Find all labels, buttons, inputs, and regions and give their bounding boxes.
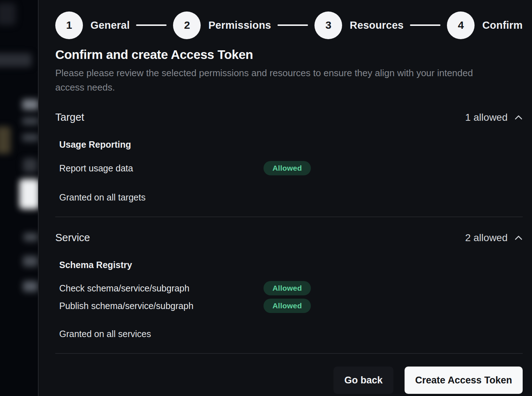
blurred-icon	[23, 158, 37, 172]
permission-label: Publish schema/service/subgraph	[59, 301, 263, 311]
permission-group-title: Schema Registry	[59, 260, 523, 270]
modal-footer: Go back Create Access Token	[55, 367, 523, 394]
permission-row: Publish schema/service/subgraph Allowed	[59, 299, 523, 313]
grant-scope-note: Granted on all services	[59, 329, 523, 339]
step-number-badge: 2	[173, 11, 201, 39]
create-access-token-button[interactable]: Create Access Token	[405, 367, 523, 394]
chevron-up-icon[interactable]	[514, 114, 523, 121]
status-badge: Allowed	[263, 281, 311, 295]
page-title: Confirm and create Access Token	[55, 47, 523, 62]
page-subtitle: Please please review the selected permis…	[55, 66, 497, 95]
step-confirm[interactable]: 4 Confirm	[447, 11, 523, 39]
blurred-text-line	[22, 134, 38, 142]
blurred-app-logo	[0, 3, 16, 25]
blurred-card	[19, 179, 38, 209]
allowed-count-label: 2 allowed	[465, 232, 508, 244]
step-label: Resources	[350, 19, 403, 31]
stepper-connector	[410, 24, 440, 26]
permission-row: Check schema/service/subgraph Allowed	[59, 281, 523, 295]
blurred-accent-block	[0, 126, 11, 154]
section-header-service[interactable]: Service 2 allowed	[55, 232, 523, 244]
step-resources[interactable]: 3 Resources	[314, 11, 403, 39]
blurred-list-item	[24, 233, 38, 241]
blurred-list-item	[23, 256, 38, 267]
blurred-text-line	[22, 117, 38, 125]
blurred-nav-item	[0, 53, 32, 67]
section-divider	[55, 217, 523, 217]
go-back-button[interactable]: Go back	[333, 367, 393, 394]
step-label: Permissions	[208, 19, 271, 31]
allowed-count-label: 1 allowed	[465, 112, 508, 123]
blurred-background-page	[0, 0, 38, 396]
step-number-badge: 1	[55, 11, 83, 39]
step-general[interactable]: 1 General	[55, 11, 130, 39]
footer-divider	[55, 353, 523, 354]
section-title: Service	[55, 232, 90, 244]
grant-scope-note: Granted on all targets	[59, 192, 523, 203]
section-title: Target	[55, 111, 84, 123]
permission-label: Report usage data	[59, 163, 263, 174]
permission-row: Report usage data Allowed	[59, 161, 523, 175]
step-number-badge: 4	[447, 11, 475, 39]
step-label: General	[90, 19, 130, 31]
stepper-connector	[136, 24, 167, 26]
step-number-badge: 3	[314, 11, 342, 39]
section-count: 2 allowed	[465, 232, 523, 244]
stepper-connector	[277, 24, 308, 26]
section-count: 1 allowed	[465, 112, 523, 123]
status-badge: Allowed	[263, 161, 311, 175]
permission-group-title: Usage Reporting	[59, 139, 523, 150]
blurred-text-line	[22, 99, 38, 110]
permission-label: Check schema/service/subgraph	[59, 283, 263, 294]
blurred-list-item	[23, 281, 38, 292]
chevron-up-icon[interactable]	[514, 235, 523, 241]
step-permissions[interactable]: 2 Permissions	[173, 11, 271, 39]
wizard-stepper: 1 General 2 Permissions 3 Resources 4 Co…	[55, 11, 523, 39]
step-label: Confirm	[482, 19, 523, 31]
section-header-target[interactable]: Target 1 allowed	[55, 111, 523, 123]
create-access-token-modal: 1 General 2 Permissions 3 Resources 4 Co…	[38, 0, 532, 396]
status-badge: Allowed	[263, 299, 311, 313]
